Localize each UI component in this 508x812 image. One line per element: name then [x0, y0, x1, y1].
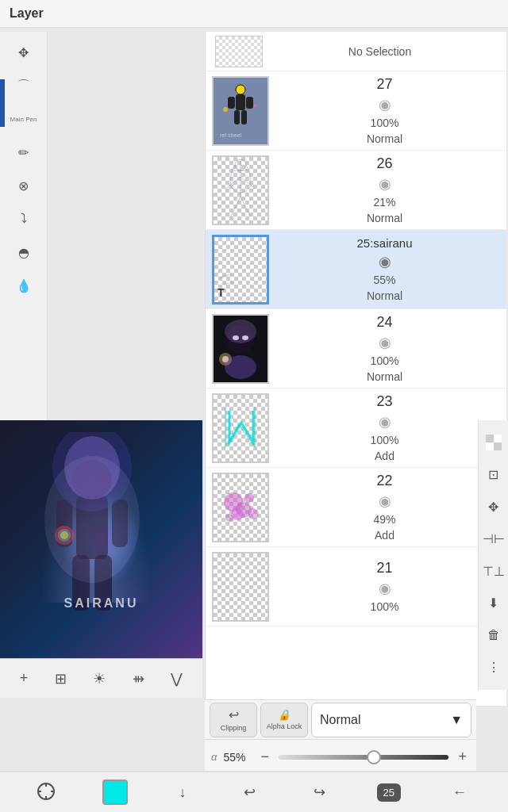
more-options-tool[interactable]: ⋮ — [481, 655, 506, 680]
svg-point-11 — [44, 456, 140, 583]
svg-rect-48 — [494, 435, 502, 442]
layer-row-21[interactable]: 21 100% — [206, 547, 506, 626]
opacity-decrease-btn[interactable]: − — [257, 749, 272, 765]
svg-rect-46 — [486, 435, 494, 442]
layer-22-opacity: 49% — [373, 513, 395, 526]
opacity-value: 55% — [223, 751, 251, 764]
svg-text:sairanu: sairanu — [223, 279, 234, 285]
pencil-tool[interactable]: ✏ — [10, 138, 38, 167]
svg-line-26 — [225, 177, 241, 189]
fill-tool[interactable]: ◓ — [10, 238, 38, 266]
no-selection-bar: No Selection — [206, 32, 506, 71]
alpha-lock-button[interactable]: 🔒 Alpha Lock — [260, 703, 308, 737]
smudge-tool[interactable]: ⤵ — [10, 205, 38, 233]
merge-down-tool[interactable]: ⬇ — [481, 591, 506, 616]
back-btn[interactable]: ← — [446, 778, 473, 807]
delete-tool[interactable]: 🗑 — [481, 622, 506, 648]
layer-25-visibility[interactable] — [379, 253, 391, 270]
clipping-label: Clipping — [221, 724, 247, 732]
layer-23-visibility[interactable] — [379, 413, 391, 431]
layer-row-22[interactable]: 22 49% Add — [206, 468, 506, 547]
layer-25-info: 25:sairanu 55% Normal — [269, 236, 500, 302]
checkerboard-tool[interactable] — [481, 430, 506, 455]
svg-point-43 — [244, 493, 254, 503]
canvas-title-text: SAIRANU — [64, 596, 139, 611]
svg-point-36 — [225, 320, 256, 343]
no-selection-thumb — [215, 36, 263, 67]
opacity-slider-thumb[interactable] — [367, 750, 381, 764]
alpha-lock-icon: 🔒 — [278, 709, 291, 721]
svg-text:sairanu: sairanu — [218, 271, 233, 279]
flip-btn[interactable]: ⇻ — [128, 667, 149, 691]
eyedropper-tool[interactable]: 💧 — [10, 271, 38, 300]
tool-options-btn[interactable] — [35, 780, 57, 805]
camera-btn[interactable]: ☀ — [88, 667, 110, 691]
color-swatch[interactable] — [102, 779, 128, 805]
blue-accent — [0, 79, 5, 127]
layer-26-info: 26 21% Normal — [269, 155, 500, 224]
flip-v-tool[interactable]: ⊤⊥ — [481, 558, 506, 584]
header-title: Layer — [10, 6, 44, 20]
layer-row-23[interactable]: 23 100% Add — [206, 389, 506, 468]
layer-22-blend: Add — [375, 529, 394, 542]
opacity-slider-track[interactable] — [279, 755, 449, 760]
layer-21-info: 21 100% — [269, 560, 500, 613]
layer-row-25[interactable]: sairanu sairanu T 25:sairanu 55% Normal — [206, 230, 506, 309]
svg-point-13 — [236, 85, 245, 94]
lasso-tool[interactable]: ⌒ — [10, 71, 38, 100]
layer-23-svg — [214, 395, 267, 462]
undo-btn[interactable]: ↩ — [237, 777, 262, 807]
layer-21-number: 21 — [376, 560, 392, 576]
svg-point-44 — [225, 514, 233, 522]
flip-h-tool[interactable]: ⊣⊢ — [481, 527, 506, 552]
layer-22-thumb — [212, 473, 269, 542]
layer-panel-header: Layer — [0, 0, 508, 28]
canvas-inner: SAIRANU — [0, 420, 202, 658]
layer-move-tool[interactable]: ⊡ — [481, 462, 506, 488]
layer-count-badge[interactable]: 25 — [377, 783, 401, 802]
layer-22-checker — [214, 474, 267, 541]
group-layer-btn[interactable]: ⊞ — [50, 667, 71, 691]
svg-rect-18 — [241, 110, 247, 124]
brush-tool-label: Main Pen — [10, 105, 38, 133]
canvas-preview[interactable]: SAIRANU — [0, 420, 202, 658]
layer-27-opacity: 100% — [371, 117, 399, 129]
svg-point-45 — [248, 508, 259, 519]
app-bottom-bar: ↓ ↩ ↪ 25 ← — [0, 771, 508, 812]
blend-mode-dropdown[interactable]: Normal ▼ — [311, 703, 471, 737]
clipping-button[interactable]: ↩ Clipping — [210, 703, 257, 737]
redo-btn[interactable]: ↪ — [307, 777, 332, 807]
layer-25-opacity: 55% — [373, 274, 395, 286]
opacity-bar: α 55% − + — [205, 739, 476, 774]
svg-rect-17 — [234, 110, 240, 124]
layer-24-visibility[interactable] — [379, 334, 391, 351]
layer-27-visibility[interactable] — [379, 96, 391, 113]
layer-row-27[interactable]: ref sheet 27 100% Normal — [206, 71, 506, 151]
right-side-toolbar: ⊡ ✥ ⊣⊢ ⊤⊥ ⬇ 🗑 ⋮ — [478, 420, 508, 690]
eraser-tool[interactable]: ⊗ — [10, 171, 38, 200]
add-layer-btn[interactable]: + — [15, 667, 33, 690]
layer-27-thumb: ref sheet — [212, 76, 269, 146]
svg-rect-14 — [236, 94, 245, 110]
layer-22-visibility[interactable] — [379, 492, 391, 510]
move-tool[interactable]: ✥ — [10, 38, 38, 67]
layer-row-24[interactable]: 24 100% Normal — [206, 309, 506, 389]
layer-25-checker: sairanu sairanu T — [214, 237, 267, 302]
alpha-label: α — [211, 751, 217, 763]
move-down-btn[interactable]: ↓ — [173, 778, 193, 807]
layer-26-visibility[interactable] — [379, 175, 391, 193]
layer-row-26[interactable]: 26 21% Normal — [206, 151, 506, 230]
layer-21-visibility[interactable] — [379, 580, 391, 597]
svg-point-19 — [223, 107, 228, 112]
flatten-btn[interactable]: ⋁ — [166, 667, 187, 691]
svg-rect-16 — [246, 97, 253, 109]
transform-tool[interactable]: ✥ — [481, 494, 506, 519]
layers-panel: No Selection ref sheet — [205, 32, 506, 706]
layer-25-thumb: sairanu sairanu T — [212, 235, 269, 304]
layer-26-thumb — [212, 155, 269, 225]
layer-23-blend: Add — [375, 450, 394, 462]
layer-24-svg — [214, 316, 267, 382]
dropdown-chevron-icon: ▼ — [450, 713, 463, 727]
opacity-increase-btn[interactable]: + — [455, 749, 470, 765]
layer-23-thumb — [212, 393, 269, 463]
